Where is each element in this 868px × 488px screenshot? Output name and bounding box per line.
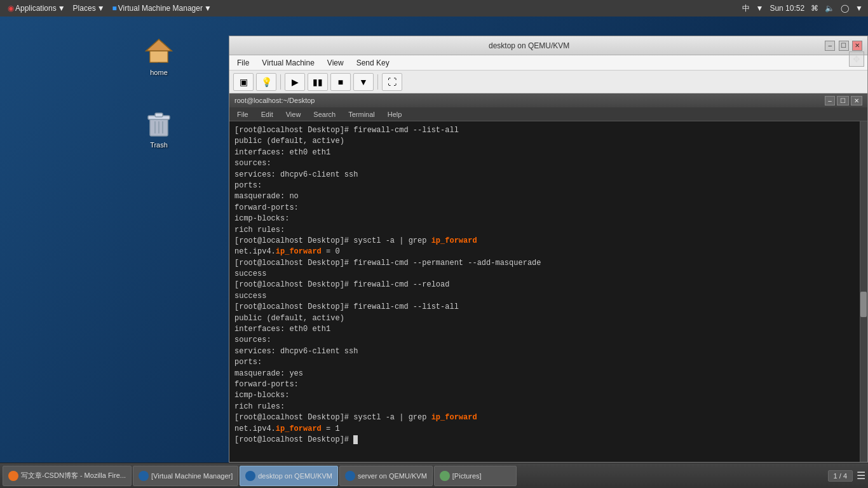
vmm-label: Virtual Machine Manager [118, 4, 203, 13]
taskbar-firefox-label: 写文章-CSDN博客 - Mozilla Fire... [21, 471, 126, 480]
terminal-line: [root@localhost Desktop]# [234, 435, 862, 445]
trash-label: Trash [150, 141, 168, 149]
term-menu-view[interactable]: View [282, 109, 305, 119]
home-label: home [150, 69, 168, 76]
terminal-window: root@localhost:~/Desktop – ☐ ✕ File Edit… [229, 93, 867, 462]
toolbar-separator-1 [280, 74, 281, 90]
terminal-restore[interactable]: ☐ [837, 96, 849, 105]
minimize-button[interactable]: – [825, 41, 835, 51]
terminal-line: services: dhcpv6-client ssh [234, 346, 862, 357]
terminal-line: success [234, 291, 862, 302]
terminal-line: [root@localhost Desktop]# firewall-cmd -… [234, 280, 862, 290]
terminal-window-controls: – ☐ ✕ [825, 97, 862, 104]
terminal-titlebar: root@localhost:~/Desktop – ☐ ✕ [229, 93, 867, 107]
taskbar-virt-manager-label: [Virtual Machine Manager] [151, 472, 233, 480]
fedora-icon: ◉ [8, 4, 14, 13]
terminal-minimize[interactable]: – [825, 96, 835, 105]
menu-sendkey[interactable]: Send Key [353, 57, 393, 69]
system-bar-right: 中 ▼ Sun 10:52 ⌘ 🔈 ◯ ▼ [742, 3, 864, 14]
places-menu[interactable]: Places ▼ [71, 4, 107, 13]
home-icon-item[interactable]: home [133, 36, 184, 76]
firefox-icon [8, 471, 18, 481]
taskbar-item-firefox[interactable]: 写文章-CSDN博客 - Mozilla Fire... [3, 466, 132, 486]
vmm-icon: ■ [112, 4, 117, 13]
taskbar-right: 1 / 4 ☰ [828, 470, 865, 482]
terminal-line: services: dhcpv6-client ssh [234, 170, 862, 180]
desktop-kvm-icon [245, 471, 255, 481]
pause-button[interactable]: ▮▮ [308, 73, 328, 91]
menu-virtualmachine[interactable]: Virtual Machine [258, 57, 318, 69]
play-button[interactable]: ▶ [285, 73, 305, 91]
terminal-line: interfaces: eth0 eth1 [234, 147, 862, 158]
volume-icon: 🔈 [825, 4, 834, 13]
svg-rect-5 [155, 113, 163, 117]
monitor-button[interactable]: ▣ [233, 73, 254, 91]
virt-viewer-window: desktop on QEMU/KVM – ☐ ✕ File Virtual M… [229, 36, 868, 463]
terminal-line: public (default, active) [234, 136, 862, 147]
terminal-close[interactable]: ✕ [851, 96, 862, 105]
term-menu-help[interactable]: Help [384, 109, 406, 119]
taskbar-desktop-kvm-label: desktop on QEMU/KVM [258, 472, 332, 480]
terminal-line: [root@localhost Desktop]# firewall-cmd -… [234, 302, 862, 313]
terminal-body[interactable]: [root@localhost Desktop]# firewall-cmd -… [229, 121, 867, 462]
desktop-icons: home Trash [127, 23, 191, 161]
wifi-icon: ⌘ [811, 4, 818, 13]
terminal-scroll-thumb[interactable] [860, 292, 867, 317]
close-button[interactable]: ✕ [852, 41, 862, 51]
places-chevron: ▼ [97, 4, 105, 13]
terminal-line: public (default, active) [234, 313, 862, 324]
term-menu-terminal[interactable]: Terminal [344, 109, 379, 119]
terminal-scrollbar[interactable] [860, 121, 867, 462]
toolbar-separator-2 [377, 74, 378, 90]
taskbar-item-pictures[interactable]: [Pictures] [434, 466, 517, 486]
terminal-line: success [234, 269, 862, 280]
terminal-line: [root@localhost Desktop]# firewall-cmd -… [234, 125, 862, 136]
menu-view[interactable]: View [323, 57, 348, 69]
maximize-button[interactable]: ☐ [839, 41, 849, 51]
desktop: home Trash [0, 17, 868, 488]
resize-button[interactable]: ⛶ [382, 73, 402, 91]
terminal-line: rich rules: [234, 225, 862, 236]
trash-folder-icon [144, 108, 174, 139]
virt-viewer-toolbar: ▣ 💡 ▶ ▮▮ ■ ▼ ⛶ [229, 71, 867, 93]
power-icon[interactable]: ◯ [841, 4, 849, 13]
expand-button[interactable]: ✥ [849, 51, 864, 67]
taskbar-item-desktop-kvm[interactable]: desktop on QEMU/KVM [240, 466, 338, 486]
virt-viewer-title: desktop on QEMU/KVM [234, 41, 824, 50]
menu-file[interactable]: File [233, 57, 253, 69]
terminal-line: icmp-blocks: [234, 390, 862, 401]
applications-menu[interactable]: ◉ Applications ▼ [5, 4, 68, 13]
clock: Sun 10:52 [770, 4, 804, 13]
trash-icon-item[interactable]: Trash [133, 108, 184, 149]
places-label: Places [73, 4, 96, 13]
term-menu-file[interactable]: File [233, 109, 252, 119]
vmm-menu[interactable]: ■ Virtual Machine Manager ▼ [110, 4, 214, 13]
page-icon: ☰ [857, 470, 865, 482]
language-indicator[interactable]: 中 [742, 3, 750, 14]
dropdown-button[interactable]: ▼ [353, 73, 374, 91]
terminal-line: sources: [234, 158, 862, 169]
taskbar-item-virt-manager[interactable]: [Virtual Machine Manager] [133, 466, 238, 486]
terminal-line: masquerade: yes [234, 369, 862, 379]
stop-button[interactable]: ■ [330, 73, 351, 91]
terminal-line: ports: [234, 180, 862, 191]
terminal-line: forward-ports: [234, 379, 862, 390]
terminal-line: masquerade: no [234, 191, 862, 202]
lang-chevron: ▼ [756, 4, 764, 13]
taskbar-pictures-label: [Pictures] [452, 472, 482, 480]
svg-marker-2 [146, 39, 172, 51]
bulb-button[interactable]: 💡 [256, 73, 276, 91]
system-bar-left: ◉ Applications ▼ Places ▼ ■ Virtual Mach… [5, 4, 214, 13]
terminal-line: icmp-blocks: [234, 214, 862, 224]
page-indicator: 1 / 4 [828, 470, 853, 482]
svg-rect-1 [150, 51, 168, 62]
apps-chevron: ▼ [58, 4, 65, 13]
virt-viewer-content: root@localhost:~/Desktop – ☐ ✕ File Edit… [229, 93, 867, 462]
term-menu-edit[interactable]: Edit [257, 109, 277, 119]
terminal-menubar: File Edit View Search Terminal Help [229, 107, 867, 121]
applications-label: Applications [15, 4, 57, 13]
term-menu-search[interactable]: Search [309, 109, 339, 119]
power-chevron: ▼ [855, 4, 863, 13]
terminal-line: net.ipv4.ip_forward = 0 [234, 247, 862, 257]
taskbar-item-server-kvm[interactable]: server on QEMU/KVM [339, 466, 433, 486]
